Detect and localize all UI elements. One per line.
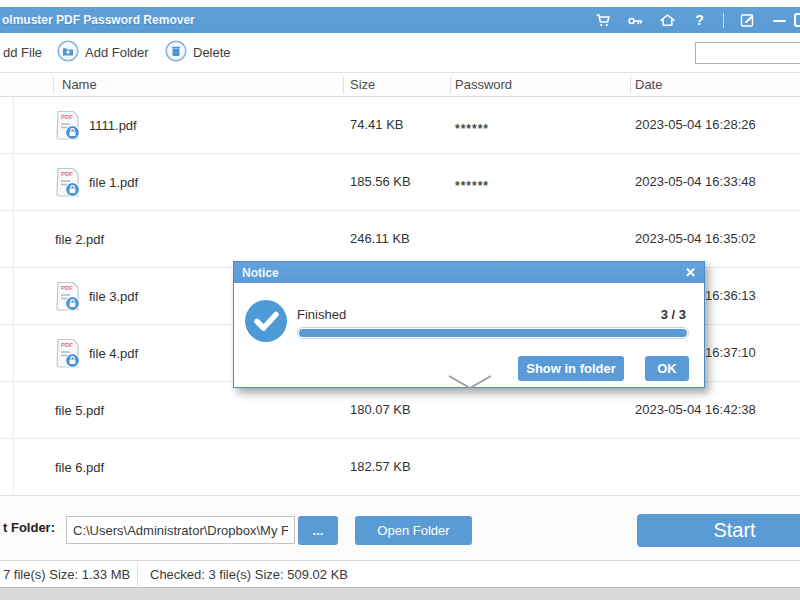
dialog-progress-count: 3 / 3 [661,307,686,322]
svg-text:PDF: PDF [61,342,73,348]
home-icon[interactable] [659,12,676,29]
delete-button[interactable]: Delete [165,33,231,72]
progress-bar [297,327,689,339]
header-separator [450,76,451,94]
delete-icon [165,40,187,65]
app-window: olmuster PDF Password Remover ? [0,0,800,600]
file-date: 2023-05-04 16:35:02 [635,211,756,267]
table-row[interactable]: PDF file 1.pdf 185.56 KB ****** 2023-05-… [0,154,800,211]
header-separator [630,76,631,94]
minimize-icon[interactable] [771,12,788,29]
pdf-locked-icon: PDF [55,167,81,198]
show-in-folder-button[interactable]: Show in folder [518,356,624,381]
file-date: 2023-05-04 16:42:38 [635,382,756,438]
file-password: ****** [455,101,489,157]
browse-button[interactable]: ... [298,516,338,545]
titlebar-separator [723,13,724,28]
add-folder-label: Add Folder [85,45,149,60]
file-size: 185.56 KB [350,154,411,210]
key-icon[interactable] [627,12,644,29]
add-folder-button[interactable]: Add Folder [57,33,149,72]
maximize-icon[interactable] [794,13,800,27]
header-separator [53,76,54,94]
lock-badge-icon [70,188,76,192]
file-date: 2023-05-04 16:28:26 [635,97,756,153]
table-row[interactable]: PDF file 2.pdf 246.11 KB 2023-05-04 16:3… [0,211,800,268]
expand-details-chevron-icon[interactable] [447,374,493,395]
svg-text:PDF: PDF [61,285,73,291]
dialog-status-text: Finished [297,307,346,322]
file-name: file 5.pdf [55,403,104,418]
dialog-titlebar: Notice ✕ [234,262,704,283]
pdf-locked-icon: PDF [55,338,81,369]
notice-dialog: Notice ✕ Finished 3 / 3 Show in folder O… [233,261,705,388]
svg-text:PDF: PDF [61,114,73,120]
header-separator [343,76,344,94]
column-header-name[interactable]: Name [62,73,97,97]
table-row[interactable]: PDF file 5.pdf 180.07 KB 2023-05-04 16:4… [0,382,800,439]
table-left-gridline [13,97,14,495]
ok-button[interactable]: OK [645,356,689,381]
help-icon[interactable]: ? [691,12,708,29]
open-folder-button[interactable]: Open Folder [355,516,472,545]
add-file-button[interactable]: dd File [3,33,42,72]
table-header: Name Size Password Date [0,72,800,97]
status-bar: 7 file(s) Size: 1.33 MB Checked: 3 file(… [0,560,800,588]
column-header-date[interactable]: Date [635,73,662,97]
start-button[interactable]: Start [637,514,800,547]
file-password: ****** [455,158,489,214]
file-name: file 2.pdf [55,232,104,247]
footer-panel: t Folder: ... Open Folder Start [0,495,800,560]
file-name: file 1.pdf [89,175,138,190]
titlebar: olmuster PDF Password Remover ? [0,7,800,33]
feedback-icon[interactable] [739,12,756,29]
window-title: olmuster PDF Password Remover [2,13,195,27]
table-row[interactable]: PDF file 6.pdf 182.57 KB [0,439,800,496]
file-name: file 3.pdf [89,289,138,304]
file-size: 182.57 KB [350,439,411,495]
svg-text:PDF: PDF [61,171,73,177]
pdf-locked-icon: PDF [55,110,81,141]
file-name: file 4.pdf [89,346,138,361]
column-header-size[interactable]: Size [350,73,375,97]
status-divider [137,563,138,586]
output-folder-input[interactable] [66,516,295,544]
progress-bar-fill [299,329,687,337]
lock-badge-icon [70,359,76,363]
column-header-password[interactable]: Password [455,73,512,97]
output-folder-label: t Folder: [3,520,55,535]
dialog-title: Notice [242,266,279,280]
search-input[interactable] [695,42,800,64]
pdf-locked-icon: PDF [55,281,81,312]
status-checked-files: Checked: 3 file(s) Size: 509.02 KB [150,567,348,582]
status-total-files: 7 file(s) Size: 1.33 MB [3,567,130,582]
file-size: 74.41 KB [350,97,404,153]
file-name: file 6.pdf [55,460,104,475]
delete-label: Delete [193,45,231,60]
table-row[interactable]: PDF 1111.pdf 74.41 KB ****** 2023-05-04 … [0,97,800,154]
file-size: 180.07 KB [350,382,411,438]
add-folder-icon [57,40,79,65]
success-check-icon [245,300,287,342]
add-file-label: dd File [3,45,42,60]
toolbar: dd File Add Folder Delete [0,33,800,72]
cart-icon[interactable] [595,12,612,29]
file-name: 1111.pdf [89,118,137,133]
lock-badge-icon [70,131,76,135]
close-icon[interactable]: ✕ [685,264,696,281]
desktop-background [0,588,800,600]
file-date: 2023-05-04 16:33:48 [635,154,756,210]
lock-badge-icon [70,302,76,306]
file-size: 246.11 KB [350,211,410,267]
